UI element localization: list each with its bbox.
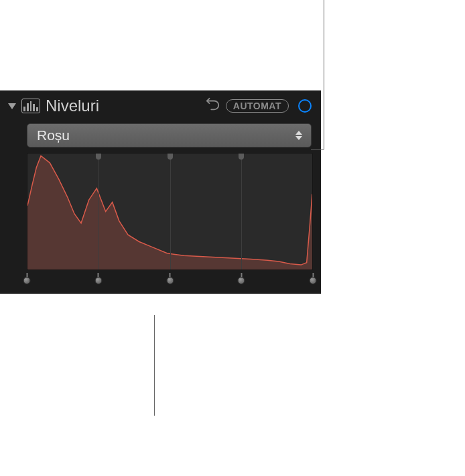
channel-dropdown[interactable]: Roșu xyxy=(27,123,312,147)
undo-icon[interactable] xyxy=(206,97,220,115)
histogram-container xyxy=(27,153,313,285)
panel-header: Niveluri AUTOMAT xyxy=(0,91,321,121)
auto-button[interactable]: AUTOMAT xyxy=(226,99,289,113)
panel-title: Niveluri xyxy=(46,97,200,115)
levels-icon xyxy=(21,99,40,113)
histogram xyxy=(27,153,313,270)
levels-slider-handle[interactable] xyxy=(238,273,245,284)
grid-line xyxy=(170,154,171,270)
channel-dropdown-label: Roșu xyxy=(37,127,292,143)
callout-line xyxy=(154,315,155,416)
top-handle[interactable] xyxy=(96,153,101,160)
levels-panel: Niveluri AUTOMAT Roșu xyxy=(0,91,321,294)
stepper-arrows-icon xyxy=(292,131,306,140)
levels-slider-handle[interactable] xyxy=(310,273,317,284)
levels-slider-handle[interactable] xyxy=(94,273,102,284)
levels-slider-handle[interactable] xyxy=(23,273,31,284)
enable-toggle[interactable] xyxy=(298,99,312,113)
top-handle[interactable] xyxy=(239,153,244,160)
levels-slider-handle[interactable] xyxy=(166,273,174,284)
grid-line xyxy=(98,154,99,270)
disclosure-triangle-icon[interactable] xyxy=(8,103,16,109)
bottom-handle-track xyxy=(27,273,313,285)
callout-line xyxy=(311,149,324,150)
grid-line xyxy=(241,154,242,270)
callout-line xyxy=(324,0,324,150)
top-handle[interactable] xyxy=(168,153,173,160)
